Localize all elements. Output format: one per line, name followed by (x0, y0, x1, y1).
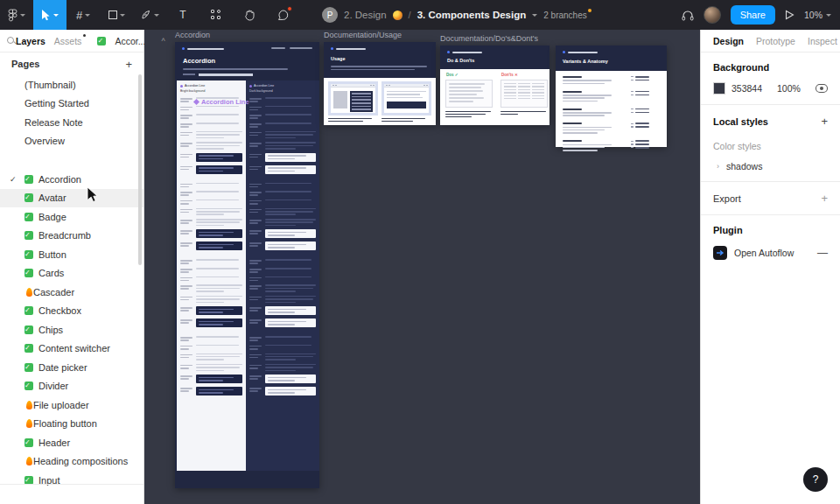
page-item-thumbnail[interactable]: (Thumbnail) (0, 75, 144, 94)
accordion-skeleton-row (180, 200, 242, 205)
check-emoji-icon: ✓ (97, 37, 106, 46)
move-tool-button[interactable] (33, 0, 66, 30)
accordion-skeleton-row (249, 183, 316, 188)
page-item-heading-compositions[interactable]: Heading compositions (0, 452, 144, 472)
figma-logo-icon (8, 9, 18, 22)
page-item-button[interactable]: ✓Button (0, 245, 144, 264)
page-item-file-uploader[interactable]: File uploader (0, 396, 144, 415)
page-item-chips[interactable]: ✓Chips (0, 320, 144, 340)
frame-label[interactable]: Documentation/Do's&Dont's (440, 34, 538, 43)
frame-variants-anatomy[interactable]: Variants & Anatomy (556, 46, 667, 147)
resources-tool-button[interactable] (200, 0, 233, 30)
page-item-breadcrumb[interactable]: ✓Breadcrumb (0, 227, 144, 246)
page-item-getting-started[interactable]: Getting Started (0, 94, 144, 114)
page-item-avatar[interactable]: ✓Avatar (0, 189, 144, 208)
pen-tool-button[interactable] (133, 0, 166, 30)
variants-body (556, 71, 667, 147)
canvas[interactable]: Accordion Accordion Accordion Line Brigh… (144, 30, 700, 504)
local-styles-title: Local styles (713, 116, 768, 127)
frame-accordion[interactable]: Accordion Accordion Accordion Line Brigh… (175, 42, 319, 488)
plugin-item-open-autoflow[interactable]: Open Autoflow — (713, 246, 828, 260)
visibility-eye-icon[interactable] (816, 84, 828, 93)
frame-label[interactable]: Accordion (175, 31, 210, 39)
page-item-label: Cascader (33, 287, 74, 298)
breadcrumb-filename[interactable]: 3. Components Design (417, 10, 527, 20)
accordion-skeleton-row (180, 259, 242, 264)
chevron-down-icon[interactable] (532, 14, 537, 17)
audio-button[interactable] (682, 0, 694, 30)
zoom-level-control[interactable]: 10% (804, 10, 831, 20)
fire-emoji-icon (26, 457, 32, 466)
share-button[interactable]: Share (731, 5, 775, 24)
frame-documentation-dos-donts[interactable]: Documentation/Do's&Dont's Do & Don'ts Do… (440, 46, 550, 125)
page-item-label: Getting Started (24, 98, 89, 108)
check-emoji-icon: ✓ (24, 175, 33, 184)
page-item-overview[interactable]: Overview (0, 132, 144, 151)
frame-label[interactable]: Documentation/Usage (324, 31, 402, 39)
accordion-skeleton-row (249, 229, 316, 238)
style-group-shadows[interactable]: › shadows (713, 161, 828, 172)
page-item-input[interactable]: ✓Input (0, 471, 144, 490)
background-color-row: 353844 100% (713, 82, 828, 94)
remove-plugin-button[interactable]: — (817, 247, 828, 259)
comment-tool-button[interactable] (266, 0, 299, 30)
frame-documentation-usage[interactable]: Documentation/Usage Usage (324, 42, 436, 125)
hand-tool-button[interactable] (233, 0, 266, 30)
page-item-content-switcher[interactable]: ✓Content switcher (0, 340, 144, 359)
accordion-skeleton-row (249, 374, 316, 383)
main-menu-button[interactable] (0, 0, 33, 30)
toolbar-tools: # T (0, 0, 299, 30)
page-item-cascader[interactable]: Cascader (0, 283, 144, 302)
add-style-button[interactable]: + (821, 115, 828, 128)
color-opacity-value[interactable]: 100% (777, 83, 816, 94)
help-button[interactable]: ? (803, 467, 828, 492)
page-item-floating-button[interactable]: Floating button (0, 415, 144, 434)
local-styles-section: Local styles + Color styles › shadows (701, 105, 840, 182)
resources-icon (211, 10, 221, 20)
page-item-cards[interactable]: ✓Cards (0, 264, 144, 284)
mock-navbar-text (336, 48, 366, 50)
branches-label[interactable]: 2 branches (543, 10, 591, 20)
chevron-down-icon (826, 14, 831, 17)
accordion-skeleton-row (249, 318, 316, 327)
tab-layers[interactable]: Layers (16, 36, 46, 46)
collapse-chevron-icon[interactable]: ^ (161, 37, 164, 46)
accordion-skeleton-row (180, 242, 242, 250)
page-item-header[interactable]: ✓Header (0, 433, 144, 452)
color-swatch[interactable] (713, 82, 725, 94)
tab-pinned-page[interactable]: ✓ Accor... (97, 36, 145, 46)
tab-design[interactable]: Design (713, 36, 744, 46)
frame-tool-button[interactable]: # (66, 0, 100, 30)
fire-emoji-icon (26, 401, 32, 410)
page-item-badge[interactable]: ✓Badge (0, 207, 144, 227)
tab-inspect[interactable]: Inspect (808, 36, 837, 46)
add-page-button[interactable]: + (125, 58, 132, 71)
accordion-skeleton-row (249, 345, 316, 350)
page-item-release-note[interactable]: Release Note (0, 113, 144, 132)
right-sidebar: Design Prototype Inspect Background 3538… (700, 30, 840, 504)
present-button[interactable] (785, 0, 794, 30)
tab-prototype[interactable]: Prototype (756, 36, 795, 46)
page-item-date-picker[interactable]: ✓Date picker (0, 358, 144, 377)
mock-page-description (331, 66, 429, 72)
notification-dot (287, 6, 292, 11)
accordion-skeleton-row (180, 296, 242, 303)
text-tool-button[interactable]: T (166, 0, 200, 30)
tab-assets[interactable]: Assets (54, 36, 82, 46)
page-item-accordion[interactable]: ✓✓Accordion (0, 170, 144, 189)
chevron-right-icon[interactable]: › (717, 162, 719, 171)
page-item-checkbox[interactable]: ✓Checkbox (0, 302, 144, 321)
page-item-divider[interactable]: ✓Divider (0, 377, 144, 396)
shape-tool-button[interactable] (100, 0, 133, 30)
sidebar-scrollbar[interactable] (138, 74, 142, 265)
hand-icon (244, 10, 255, 21)
user-avatar[interactable] (704, 6, 721, 24)
accordion-skeleton-row (249, 114, 316, 119)
text-icon: T (179, 9, 186, 21)
color-hex-value[interactable]: 353844 (732, 83, 777, 94)
breadcrumb-project[interactable]: 2. Design (344, 10, 387, 20)
mock-accordion-panel (350, 91, 373, 112)
brand-dot-icon (182, 47, 185, 50)
add-export-button[interactable]: + (821, 192, 828, 205)
branch-alert-dot (588, 9, 592, 12)
